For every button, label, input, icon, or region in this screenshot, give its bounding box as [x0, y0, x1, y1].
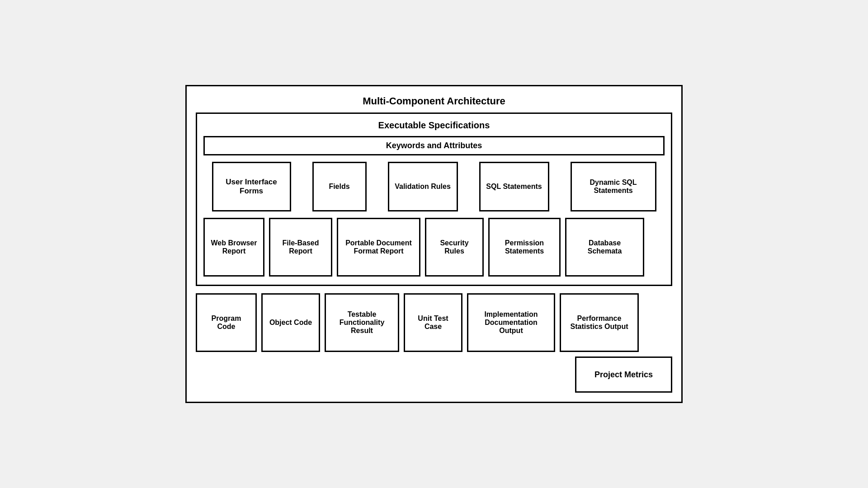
row3: Program Code Object Code Testable Functi…: [196, 293, 672, 352]
box-validation: Validation Rules: [388, 162, 458, 211]
box-impl-doc: Implementation Documentation Output: [467, 293, 555, 352]
row4: Project Metrics: [196, 357, 672, 393]
box-unit-test: Unit Test Case: [404, 293, 462, 352]
exec-specs-container: Executable Specifications Keywords and A…: [196, 113, 672, 286]
box-dynamic-sql: Dynamic SQL Statements: [571, 162, 656, 211]
box-program-code: Program Code: [196, 293, 257, 352]
box-security: Security Rules: [425, 218, 484, 277]
box-web-browser: Web Browser Report: [203, 218, 264, 277]
box-perf-stats: Performance Statistics Output: [560, 293, 639, 352]
row1: User Interface Forms Fields Validation R…: [203, 162, 665, 211]
box-sql: SQL Statements: [479, 162, 549, 211]
box-object-code: Object Code: [261, 293, 320, 352]
box-testable: Testable Functionality Result: [325, 293, 399, 352]
main-container: Multi-Component Architecture Executable …: [185, 85, 683, 403]
box-project-metrics: Project Metrics: [575, 357, 672, 393]
box-fields: Fields: [312, 162, 367, 211]
row2: Web Browser Report File-Based Report Por…: [203, 218, 665, 277]
box-db-schema: Database Schemata: [565, 218, 644, 277]
keywords-bar: Keywords and Attributes: [203, 136, 665, 155]
box-file-based: File-Based Report: [269, 218, 332, 277]
main-title: Multi-Component Architecture: [196, 95, 672, 107]
box-permission: Permission Statements: [488, 218, 561, 277]
box-portable: Portable Document Format Report: [337, 218, 420, 277]
exec-specs-title: Executable Specifications: [203, 120, 665, 131]
box-ui-forms: User Interface Forms: [212, 162, 291, 211]
